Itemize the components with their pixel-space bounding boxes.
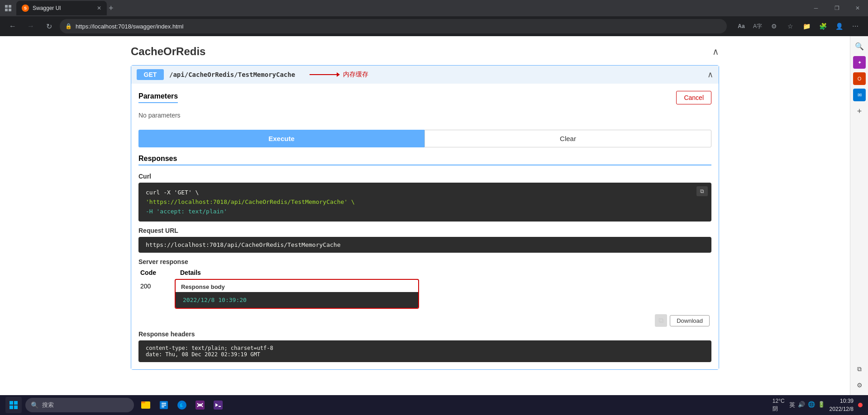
reload-button[interactable]: ↻ <box>42 19 56 33</box>
response-copy-icon-button[interactable]: ⧉ <box>655 314 667 327</box>
svg-rect-3 <box>9 9 11 11</box>
new-tab-button[interactable]: + <box>107 2 115 15</box>
sidebar-office-icon[interactable]: O <box>853 72 866 85</box>
forward-button[interactable]: → <box>24 19 38 33</box>
responses-title: Responses <box>138 155 711 165</box>
download-button[interactable]: Download <box>670 315 710 326</box>
sidebar-window-icon[interactable]: ⧉ <box>853 363 866 375</box>
profile-icon[interactable]: 👤 <box>832 19 846 33</box>
browser-action-extension1[interactable]: ⚙ <box>767 19 781 33</box>
browser-action-translate[interactable]: A字 <box>750 19 765 33</box>
minimize-button[interactable]: ─ <box>806 0 826 16</box>
code-header: Code <box>140 269 176 276</box>
response-headers-label: Response headers <box>138 330 711 338</box>
svg-rect-5 <box>14 401 18 405</box>
battery-icon: 🔋 <box>818 401 825 409</box>
taskbar-search-box[interactable]: 🔍 搜索 <box>25 398 134 412</box>
sidebar-settings-icon[interactable]: ⚙ <box>853 379 866 391</box>
sidebar-extension-icon[interactable]: ✦ <box>853 56 866 69</box>
response-200-box: Response body 2022/12/8 10:39:20 <box>175 279 419 309</box>
restore-button[interactable]: ❐ <box>826 0 847 16</box>
curl-line3: -H 'accept: text/plain' <box>146 208 227 215</box>
collections-icon[interactable]: 📁 <box>799 19 814 33</box>
tab-title: Swagger UI <box>33 5 93 11</box>
curl-label: Curl <box>138 173 711 180</box>
curl-line1: curl -X 'GET' \ <box>146 189 199 196</box>
execute-button[interactable]: Execute <box>138 130 424 147</box>
svg-rect-6 <box>10 406 13 409</box>
temperature-value: 12°C <box>773 397 785 405</box>
temperature-display: 12°C 阴 <box>773 397 785 413</box>
details-header: Details <box>180 269 201 276</box>
sidebar-add-icon[interactable]: + <box>853 105 866 118</box>
svg-rect-9 <box>141 401 145 403</box>
annotation-label: 内存缓存 <box>343 71 368 79</box>
clear-button[interactable]: Clear <box>424 130 711 147</box>
response-header-line1: content-type: text/plain; charset=utf-8 <box>146 345 704 351</box>
start-button[interactable] <box>5 397 22 413</box>
server-response-label: Server response <box>138 258 711 265</box>
volume-icon[interactable]: 🔊 <box>798 401 805 409</box>
method-badge: GET <box>137 69 164 80</box>
cancel-button[interactable]: Cancel <box>676 91 711 104</box>
search-icon: 🔍 <box>31 401 38 409</box>
taskbar-app-vs[interactable] <box>192 397 208 413</box>
favorites-icon[interactable]: ☆ <box>783 19 797 33</box>
tab-close-icon[interactable]: ✕ <box>97 5 101 11</box>
svg-rect-1 <box>9 5 11 8</box>
sidebar-outlook-icon[interactable]: ✉ <box>853 89 866 101</box>
svg-rect-2 <box>5 9 8 11</box>
time-display: 10:39 2022/12/8 <box>830 397 854 413</box>
response-body-code: 2022/12/8 10:39:20 <box>176 292 418 308</box>
endpoint-header[interactable]: GET /api/CacheOrRedis/TestMemoryCache 内存… <box>131 66 719 84</box>
response-header-line2: date: Thu, 08 Dec 2022 02:39:19 GMT <box>146 351 704 358</box>
weather-condition: 阴 <box>773 405 778 413</box>
curl-line2: 'https://localhost:7018/api/CacheOrRedis… <box>146 198 355 205</box>
arrow-annotation: 内存缓存 <box>304 71 368 79</box>
response-body-label: Response body <box>176 280 418 292</box>
parameters-title: Parameters <box>138 92 178 103</box>
address-bar[interactable]: 🔒 https://localhost:7018/swagger/index.h… <box>60 19 727 33</box>
taskbar-right-area: 12°C 阴 英 🔊 🌐 🔋 10:39 2022/12/8 <box>773 397 863 413</box>
time-value: 10:39 <box>830 397 854 405</box>
svg-rect-15 <box>196 401 205 410</box>
section-title: CacheOrRedis <box>131 45 205 58</box>
extensions-icon[interactable]: 🧩 <box>816 19 830 33</box>
browser-action-aa[interactable]: Aa <box>734 19 749 33</box>
more-menu-button[interactable]: ⋯ <box>848 19 863 33</box>
curl-copy-button[interactable]: ⧉ <box>696 186 708 196</box>
tab-favicon: S <box>22 5 29 12</box>
request-url-block: https://localhost:7018/api/CacheOrRedis/… <box>138 237 711 253</box>
keyboard-icon: 英 <box>789 401 795 409</box>
date-value: 2022/12/8 <box>830 405 854 413</box>
close-button[interactable]: ✕ <box>847 0 868 16</box>
endpoint-collapse-icon[interactable]: ∧ <box>707 70 713 80</box>
lock-icon: 🔒 <box>65 23 72 29</box>
response-code-cell: 200 <box>138 279 175 293</box>
taskbar-app-files[interactable] <box>156 397 172 413</box>
svg-rect-4 <box>10 401 13 405</box>
response-body-value: 2022/12/8 10:39:20 <box>183 297 247 303</box>
svg-rect-7 <box>14 406 18 409</box>
network-icon[interactable]: 🌐 <box>808 401 815 409</box>
response-headers-code: content-type: text/plain; charset=utf-8 … <box>138 340 711 362</box>
svg-rect-0 <box>5 5 8 8</box>
taskbar-app-explorer[interactable] <box>138 397 154 413</box>
sidebar-search-icon[interactable]: 🔍 <box>853 40 866 52</box>
response-details-cell: Response body 2022/12/8 10:39:20 <box>175 279 711 311</box>
endpoint-block: GET /api/CacheOrRedis/TestMemoryCache 内存… <box>131 65 719 370</box>
browser-tab[interactable]: S Swagger UI ✕ <box>16 1 107 15</box>
notification-dot[interactable] <box>858 403 863 407</box>
no-parameters-text: No parameters <box>138 112 711 119</box>
response-code-value: 200 <box>140 283 151 290</box>
back-button[interactable]: ← <box>5 19 20 33</box>
collapse-section-button[interactable]: ∧ <box>712 46 719 57</box>
curl-code-block: curl -X 'GET' \ 'https://localhost:7018/… <box>138 183 711 222</box>
search-placeholder-text: 搜索 <box>42 401 54 409</box>
taskbar: 🔍 搜索 12°C 阴 英 🔊 🌐 🔋 1 <box>0 395 868 415</box>
endpoint-path: /api/CacheOrRedis/TestMemoryCache <box>169 71 295 78</box>
grid-button[interactable] <box>0 0 16 16</box>
taskbar-app-edge[interactable] <box>174 397 190 413</box>
request-url-value: https://localhost:7018/api/CacheOrRedis/… <box>146 241 340 248</box>
taskbar-app-terminal[interactable] <box>210 397 226 413</box>
